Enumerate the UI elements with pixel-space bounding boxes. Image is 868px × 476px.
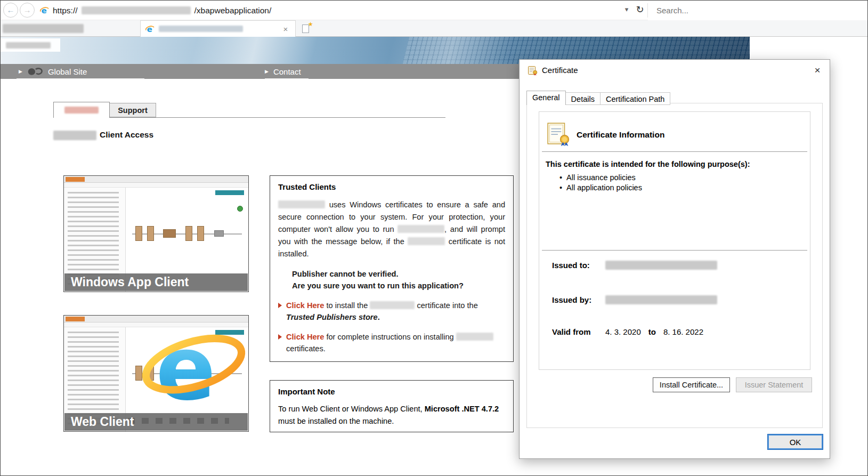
important-note-panel: Important Note To run Web Client or Wind… xyxy=(270,380,514,432)
globe-icon xyxy=(27,67,43,76)
mini-status-dot xyxy=(237,206,243,212)
issued-by-row: Issued by: xyxy=(552,295,801,304)
general-tab-page: Certificate Information This certificate… xyxy=(526,103,823,428)
new-tab-icon: ★ xyxy=(302,25,309,33)
mini-tree-lines xyxy=(68,332,119,426)
mini-logo xyxy=(66,317,85,321)
redacted-url-host xyxy=(82,6,191,14)
issuer-statement-button[interactable]: Issuer Statement xyxy=(736,377,812,392)
web-client-caption: Web Client xyxy=(64,413,248,431)
tab-certification-path[interactable]: Certification Path xyxy=(601,92,670,105)
tab-general[interactable]: General xyxy=(526,91,566,105)
redacted-product-name xyxy=(408,237,445,245)
valid-from-value: 4. 3. 2020 xyxy=(605,327,641,336)
important-note-title: Important Note xyxy=(278,387,505,396)
ie-tab-icon xyxy=(145,25,155,34)
redacted-issued-by-value xyxy=(605,295,717,304)
nav-contact-label: Contact xyxy=(273,67,301,76)
install-certificate-link[interactable]: Click Here xyxy=(286,301,324,310)
red-arrow-icon xyxy=(278,303,282,308)
redacted-issued-to-value xyxy=(605,261,717,270)
page-tab-support[interactable]: Support xyxy=(109,103,156,117)
dialog-close-button[interactable]: × xyxy=(805,60,830,81)
link-text: to install the xyxy=(324,301,370,310)
instructions-link[interactable]: Click Here xyxy=(286,333,324,341)
star-icon: ★ xyxy=(308,21,313,28)
red-arrow-icon xyxy=(278,334,282,340)
dialog-tab-strip: General Details Certification Path xyxy=(526,91,670,105)
ie-favicon xyxy=(40,6,49,15)
back-button[interactable]: ← xyxy=(3,3,18,18)
mini-logo xyxy=(66,177,85,182)
close-tab-button[interactable]: × xyxy=(281,25,290,34)
certificate-icon xyxy=(528,65,538,76)
valid-from-label: Valid from xyxy=(552,327,605,336)
dialog-title: Certificate xyxy=(542,66,578,75)
certificate-large-icon xyxy=(546,122,571,146)
note-text: must be installed on the machine. xyxy=(278,417,394,425)
mini-schematic-block xyxy=(214,230,224,237)
certificate-info-panel: Certificate Information This certificate… xyxy=(539,111,810,370)
valid-to-value: 8. 16. 2022 xyxy=(663,327,703,336)
chevron-right-icon: ▶ xyxy=(265,69,269,74)
trusted-clients-panel: Trusted Clients uses Windows certificate… xyxy=(270,175,514,362)
tab-details[interactable]: Details xyxy=(566,92,601,105)
nav-global-site-label: Global Site xyxy=(48,67,87,76)
site-logo xyxy=(1,38,60,52)
purpose-item: •All application policies xyxy=(559,183,642,193)
separator xyxy=(542,151,807,152)
mini-schematic-block xyxy=(163,229,176,238)
redacted-product-name xyxy=(278,200,325,208)
redacted-product-name xyxy=(398,225,444,233)
install-certificate-link-row: Click Here to install the certificate in… xyxy=(278,300,505,324)
page-heading: Client Access xyxy=(100,130,153,140)
ok-button[interactable]: OK xyxy=(767,434,823,450)
trusted-clients-paragraph: uses Windows certificates to ensure a sa… xyxy=(278,199,505,260)
windows-app-client-image: Windows App Client xyxy=(63,175,249,292)
tab-row: × ★ xyxy=(1,20,867,37)
support-tab-label: Support xyxy=(118,106,148,115)
valid-row: Valid from 4. 3. 2020 to 8. 16. 2022 xyxy=(552,327,801,336)
redacted-product-name xyxy=(456,333,493,341)
browser-window: ← → https:// /xbapwebapplication/ ▾ ↻ × … xyxy=(0,0,868,476)
warning-line-2: Are you sure you want to run this applic… xyxy=(292,280,505,292)
purpose-heading: This certificate is intended for the fol… xyxy=(546,160,750,168)
address-bar-row: ← → https:// /xbapwebapplication/ ▾ ↻ xyxy=(1,1,867,20)
windows-app-client-caption: Windows App Client xyxy=(64,273,248,291)
mini-schematic-block xyxy=(135,226,142,241)
link-text: certificates. xyxy=(286,344,326,353)
address-dropdown-caret[interactable]: ▾ xyxy=(621,5,632,13)
warning-line-1: Publisher cannot be verified. xyxy=(292,269,505,280)
publisher-warning: Publisher cannot be verified. Are you su… xyxy=(292,269,505,292)
url-path: /xbapwebapplication/ xyxy=(194,6,272,15)
important-note-paragraph: To run Web Client or Windows App Client,… xyxy=(278,403,505,427)
forward-button[interactable]: → xyxy=(20,3,35,18)
web-client-image: e Web Client xyxy=(63,315,249,432)
link-text: certificate into the xyxy=(415,301,477,310)
browser-tab[interactable]: × xyxy=(140,20,296,37)
forward-icon: → xyxy=(23,5,31,14)
address-field[interactable]: https:// /xbapwebapplication/ xyxy=(40,1,621,20)
internet-explorer-logo: e xyxy=(139,318,248,414)
redacted-product-name xyxy=(53,131,96,140)
page-tab-product[interactable] xyxy=(53,102,110,118)
chevron-right-icon: ▶ xyxy=(19,69,22,74)
mini-tree-lines xyxy=(68,192,119,286)
nav-global-site[interactable]: ▶ Global Site xyxy=(17,64,144,79)
period: . xyxy=(378,313,380,321)
nav-contact[interactable]: ▶ Contact xyxy=(265,64,309,79)
tab-underline xyxy=(53,117,445,118)
link-text: for complete instructions on installing xyxy=(324,333,456,341)
search-input[interactable] xyxy=(648,1,867,20)
install-certificate-button[interactable]: Install Certificate... xyxy=(653,377,730,392)
mini-schematic-block xyxy=(147,226,154,241)
redacted-logo xyxy=(6,42,51,49)
mini-brand-mark xyxy=(215,190,244,195)
to-label: to xyxy=(648,327,656,336)
bullet-icon: • xyxy=(559,183,562,193)
refresh-icon[interactable]: ↻ xyxy=(634,4,646,15)
dotnet-version-text: Microsoft .NET 4.7.2 xyxy=(425,405,499,413)
new-tab-button[interactable]: ★ xyxy=(298,22,313,36)
mini-titlebar xyxy=(64,176,248,183)
redacted-product-tab-label xyxy=(64,107,99,114)
